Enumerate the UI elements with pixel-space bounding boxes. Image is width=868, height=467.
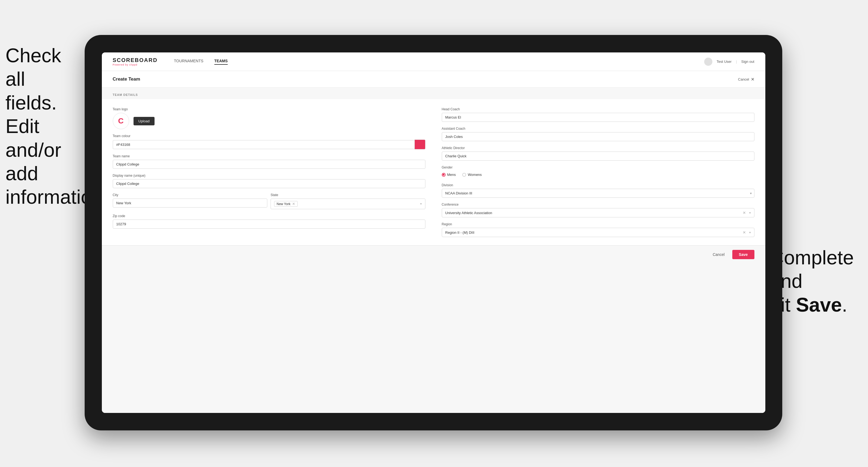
- nav-divider: |: [736, 60, 737, 64]
- nav-logo-title: SCOREBOARD: [113, 57, 158, 63]
- sign-out-link[interactable]: Sign out: [741, 60, 754, 64]
- conference-select[interactable]: University Athletic Association ✕ ▾: [442, 208, 754, 217]
- city-input[interactable]: [113, 198, 268, 208]
- display-name-field: Display name (unique): [113, 174, 425, 188]
- main-content: Create Team Cancel ✕ TEAM DETAILS Team l…: [102, 71, 765, 413]
- annotation-line1: Check all fields.: [5, 44, 61, 114]
- division-select[interactable]: NCAA Division III: [442, 189, 754, 198]
- head-coach-label: Head Coach: [442, 107, 754, 111]
- logo-circle: C: [113, 113, 129, 129]
- zip-input[interactable]: [113, 220, 425, 228]
- team-colour-label: Team colour: [113, 134, 425, 138]
- annotation-left: Check all fields. Edit and/or add inform…: [5, 44, 82, 209]
- zip-field: Zip code: [113, 214, 425, 228]
- athletic-director-field: Athletic Director: [442, 146, 754, 161]
- colour-swatch[interactable]: [414, 139, 425, 149]
- conference-dropdown-icon: ▾: [749, 211, 751, 215]
- gender-womens-label: Womens: [468, 173, 482, 177]
- save-button[interactable]: Save: [732, 250, 754, 259]
- team-name-label: Team name: [113, 154, 425, 158]
- gender-field: Gender Mens Womens: [442, 165, 754, 178]
- city-label: City: [113, 193, 268, 197]
- colour-input-wrap: [113, 139, 425, 149]
- cancel-header-button[interactable]: Cancel ✕: [738, 77, 754, 82]
- cancel-header-label: Cancel: [738, 77, 749, 82]
- assistant-coach-label: Assistant Coach: [442, 127, 754, 130]
- division-field: Division NCAA Division III ▾: [442, 183, 754, 198]
- zip-label: Zip code: [113, 214, 425, 218]
- division-select-wrap: NCAA Division III ▾: [442, 189, 754, 198]
- form-title: Create Team: [113, 76, 141, 82]
- gender-womens-radio[interactable]: [462, 173, 466, 177]
- form-col-left: Team logo C Upload Team colour: [113, 107, 425, 237]
- form-col-right: Head Coach Assistant Coach Athletic Dire…: [442, 107, 754, 237]
- team-logo-field: Team logo C Upload: [113, 107, 425, 129]
- athletic-director-input[interactable]: [442, 152, 754, 161]
- state-dropdown-icon: ▾: [420, 202, 422, 206]
- city-state-row: City State New York: [113, 193, 425, 209]
- display-name-label: Display name (unique): [113, 174, 425, 178]
- athletic-director-label: Athletic Director: [442, 146, 754, 150]
- city-state-field: City State New York: [113, 193, 425, 209]
- conference-value: University Athletic Association: [445, 211, 492, 215]
- city-field: City: [113, 193, 268, 209]
- assistant-coach-field: Assistant Coach: [442, 127, 754, 141]
- nav-user: Test User | Sign out: [704, 58, 754, 66]
- tablet-device: SCOREBOARD Powered by clippd TOURNAMENTS…: [85, 35, 782, 430]
- gender-row: Mens Womens: [442, 171, 754, 178]
- conference-clear-icon[interactable]: ✕: [743, 211, 746, 215]
- gender-mens-radio[interactable]: [442, 173, 445, 177]
- form-body: Team logo C Upload Team colour: [102, 99, 765, 245]
- head-coach-input[interactable]: [442, 113, 754, 122]
- gender-womens-option[interactable]: Womens: [462, 173, 482, 177]
- cancel-button[interactable]: Cancel: [708, 250, 729, 259]
- logo-letter: C: [118, 117, 123, 125]
- region-dropdown-icon: ▾: [749, 231, 751, 234]
- conference-label: Conference: [442, 203, 754, 207]
- logo-area: C Upload: [113, 113, 425, 129]
- nav-tournaments[interactable]: TOURNAMENTS: [174, 59, 204, 65]
- display-name-input[interactable]: [113, 179, 425, 188]
- upload-button[interactable]: Upload: [133, 117, 155, 125]
- state-tag-item: New York ✕: [274, 201, 298, 207]
- user-avatar: [704, 58, 712, 66]
- head-coach-field: Head Coach: [442, 107, 754, 122]
- state-clear-icon[interactable]: ✕: [292, 202, 295, 206]
- state-value: New York: [277, 202, 290, 206]
- nav-teams[interactable]: TEAMS: [214, 59, 228, 65]
- annotation-right-line1: Complete and: [770, 247, 854, 292]
- region-select[interactable]: Region II - (M) DIII ✕ ▾: [442, 228, 754, 237]
- region-field: Region Region II - (M) DIII ✕ ▾: [442, 222, 754, 237]
- team-logo-label: Team logo: [113, 107, 425, 111]
- state-label: State: [271, 193, 425, 197]
- user-name: Test User: [717, 60, 732, 64]
- nav-logo: SCOREBOARD Powered by clippd: [113, 57, 158, 66]
- colour-input[interactable]: [113, 140, 414, 149]
- nav-bar: SCOREBOARD Powered by clippd TOURNAMENTS…: [102, 53, 765, 71]
- section-label: TEAM DETAILS: [102, 88, 765, 99]
- team-name-input[interactable]: [113, 160, 425, 169]
- assistant-coach-input[interactable]: [442, 132, 754, 141]
- division-label: Division: [442, 183, 754, 187]
- team-name-field: Team name: [113, 154, 425, 169]
- nav-logo-sub: Powered by clippd: [113, 63, 158, 66]
- conference-field: Conference University Athletic Associati…: [442, 203, 754, 217]
- close-icon: ✕: [751, 77, 754, 82]
- form-header: Create Team Cancel ✕: [102, 71, 765, 88]
- gender-mens-label: Mens: [447, 173, 456, 177]
- annotation-right: Complete and hit Save.: [770, 246, 863, 316]
- region-clear-icon[interactable]: ✕: [743, 230, 746, 235]
- tablet-screen: SCOREBOARD Powered by clippd TOURNAMENTS…: [102, 53, 765, 413]
- gender-mens-option[interactable]: Mens: [442, 173, 456, 177]
- state-select[interactable]: New York ✕ ▾: [271, 198, 425, 209]
- state-tag: New York ✕: [274, 201, 418, 207]
- state-field: State New York ✕ ▾: [271, 193, 425, 209]
- form-grid: Team logo C Upload Team colour: [113, 107, 754, 237]
- team-colour-field: Team colour: [113, 134, 425, 149]
- region-label: Region: [442, 222, 754, 226]
- gender-label: Gender: [442, 165, 754, 169]
- form-footer: Cancel Save: [102, 245, 765, 263]
- nav-links: TOURNAMENTS TEAMS: [174, 59, 704, 65]
- region-value: Region II - (M) DIII: [445, 230, 474, 235]
- annotation-line2: Edit and/or add: [5, 115, 61, 184]
